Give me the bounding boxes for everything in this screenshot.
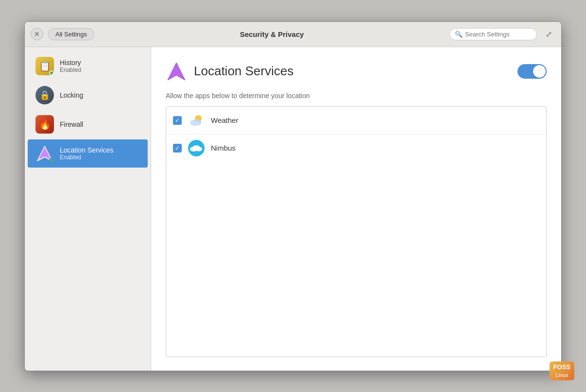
search-icon: 🔍	[455, 31, 463, 38]
location-services-icon	[35, 144, 54, 163]
nimbus-app-name: Nimbus	[211, 144, 236, 152]
titlebar: ✕ All Settings Security & Privacy 🔍 ⤢	[25, 22, 561, 47]
firewall-item-name: Firewall	[60, 120, 83, 128]
window-title: Security & Privacy	[94, 30, 449, 38]
panel-header: Location Services	[166, 61, 547, 82]
weather-check-icon: ✓	[175, 118, 180, 123]
toggle-switch[interactable]	[517, 64, 547, 79]
history-item-name: History	[60, 59, 81, 67]
location-item-name: Location Services	[60, 146, 114, 154]
search-box[interactable]: 🔍	[449, 28, 537, 40]
history-item-status: Enabled	[60, 67, 81, 73]
location-item-status: Enabled	[60, 154, 114, 161]
panel-title-row: Location Services	[166, 61, 293, 82]
locking-item-name: Locking	[60, 91, 83, 99]
location-status-dot	[49, 158, 54, 163]
weather-app-icon	[188, 112, 205, 129]
close-button[interactable]: ✕	[31, 28, 43, 40]
nimbus-app-icon	[188, 139, 205, 157]
nimbus-check-icon: ✓	[175, 145, 180, 151]
sidebar-item-history[interactable]: 📋 History Enabled	[28, 52, 148, 80]
svg-marker-2	[168, 63, 185, 80]
svg-point-6	[190, 121, 200, 126]
svg-point-10	[196, 147, 202, 151]
firewall-icon-img: 🔥	[35, 115, 54, 134]
detail-panel: Location Services Allow the apps below t…	[151, 47, 561, 371]
panel-subtitle: Allow the apps below to determine your l…	[166, 92, 547, 100]
locking-icon: 🔒	[35, 86, 54, 104]
sidebar-item-locking[interactable]: 🔒 Locking	[28, 81, 148, 109]
nimbus-checkbox[interactable]: ✓	[173, 144, 182, 153]
sidebar: 📋 History Enabled 🔒 Locking	[25, 47, 151, 371]
panel-location-icon	[166, 61, 187, 82]
history-icon: 📋	[35, 57, 54, 75]
locking-icon-img: 🔒	[35, 86, 54, 104]
weather-checkbox[interactable]: ✓	[173, 116, 182, 125]
firewall-icon: 🔥	[35, 115, 54, 134]
expand-button[interactable]: ⤢	[542, 27, 555, 41]
panel-title: Location Services	[194, 64, 293, 79]
weather-app-name: Weather	[211, 116, 238, 124]
main-content: 📋 History Enabled 🔒 Locking	[25, 47, 561, 371]
all-settings-button[interactable]: All Settings	[48, 28, 94, 40]
app-row-weather: ✓ Weather	[166, 107, 546, 135]
sidebar-item-firewall[interactable]: 🔥 Firewall	[28, 110, 148, 138]
main-window: ✕ All Settings Security & Privacy 🔍 ⤢ 📋 …	[24, 21, 562, 371]
watermark: FOSS Linux	[550, 361, 574, 380]
app-row-nimbus: ✓ Nimbus	[166, 135, 546, 162]
search-input[interactable]	[465, 31, 532, 38]
apps-list-box: ✓ Weather	[166, 106, 547, 357]
history-status-dot	[49, 70, 54, 75]
sidebar-item-location-services[interactable]: Location Services Enabled	[28, 139, 148, 168]
toggle-knob	[533, 65, 546, 78]
